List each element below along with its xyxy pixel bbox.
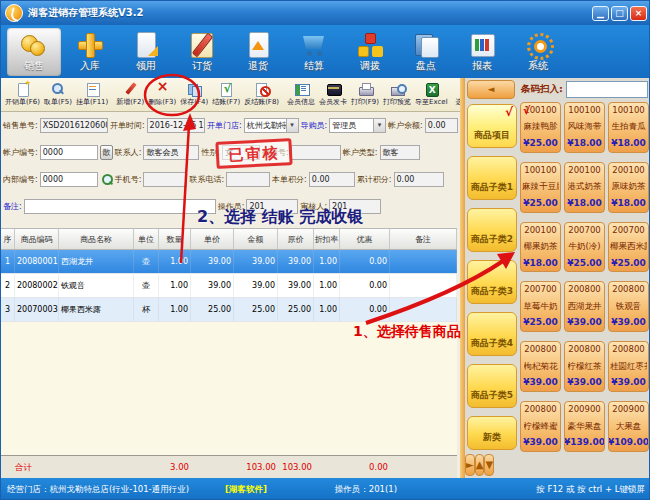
minimize-button[interactable]: ▁ — [592, 6, 609, 21]
print-button[interactable]: 打印(F9) — [349, 81, 381, 108]
unsettle-button[interactable]: 反结账(F8) — [242, 81, 281, 108]
phone-field[interactable] — [226, 172, 270, 187]
contact-field[interactable]: 散客会员 — [143, 145, 199, 160]
total-points-field[interactable]: 0.00 — [394, 172, 444, 187]
operator-field[interactable]: 201 — [246, 199, 298, 214]
table-body: 1 20080001 西湖龙井 壶 1.00 39.00 39.00 39.00… — [1, 250, 457, 322]
product-name: 铁观音 — [616, 302, 642, 311]
product-price: ¥18.00 — [523, 259, 558, 269]
settle-button[interactable]: 结账(F7) — [210, 81, 242, 108]
table-row[interactable]: 1 20080001 西湖龙井 壶 1.00 39.00 39.00 39.00… — [1, 250, 457, 274]
tab-transfer[interactable]: 调拨 — [343, 28, 397, 76]
product-button[interactable]: 200800 铁观音 ¥39.00 — [608, 281, 649, 332]
account-no-input[interactable]: 0000 — [40, 145, 98, 160]
pickup-order-button[interactable]: 取单(F5) — [42, 81, 74, 108]
chart-icon — [467, 30, 497, 58]
product-button[interactable]: 200700 草莓牛奶 ¥25.00 — [520, 281, 561, 332]
tab-stock-in[interactable]: 入库 — [63, 28, 117, 76]
product-price: ¥25.00 — [611, 259, 646, 269]
product-button[interactable]: 200800 柠檬蜂蜜 ¥39.00 — [520, 401, 561, 452]
export-excel-button[interactable]: 导至Excel — [413, 81, 450, 108]
product-button[interactable]: 200900 大果盘 ¥109.00 — [608, 401, 649, 452]
guide-label: 导购员: — [301, 120, 328, 131]
member-card-button[interactable]: 会员发卡 — [317, 81, 349, 108]
collapse-panel-button[interactable]: ◄ — [467, 80, 515, 99]
scroll-up-button[interactable]: ▲ — [475, 454, 485, 476]
product-price: ¥25.00 — [523, 318, 558, 328]
product-button[interactable]: 200700 椰果西米露 ¥25.00 — [608, 222, 649, 273]
scroll-down-button[interactable]: ▼ — [484, 454, 494, 476]
printer-mag-icon — [390, 82, 405, 96]
balance-field[interactable]: 0.00 — [425, 118, 458, 133]
add-button[interactable]: 新增(F2) — [114, 81, 146, 108]
open-sale-button[interactable]: 开销单(F6) — [3, 81, 42, 108]
search-icon[interactable] — [100, 173, 113, 187]
product-button[interactable]: 100100 风味海带 ¥18.00 — [564, 102, 605, 153]
category-button[interactable]: 商品子类1 — [467, 156, 517, 200]
guide-select[interactable]: 管理员 — [329, 118, 386, 133]
page-right-button[interactable]: ► — [465, 454, 475, 476]
sale-items-table: 序商品编码商品名称单位数量单价金额原价折扣率优惠备注 1 20080001 西湖… — [1, 228, 457, 455]
walkin-button[interactable]: 散 — [100, 145, 113, 160]
product-code: 200800 — [568, 285, 600, 294]
category-button[interactable]: 商品子类2 — [467, 208, 517, 252]
hold-order-button[interactable]: 挂单(F11) — [74, 81, 110, 108]
sale-header-form: 销售单号: XSD201612060003 开单时间: 2016-12-06 1… — [1, 112, 460, 228]
product-price: ¥139.00 — [564, 438, 605, 448]
tab-order[interactable]: 订货 — [175, 28, 229, 76]
category-button[interactable]: 新类 — [467, 416, 517, 450]
remark-input[interactable] — [24, 199, 216, 214]
auditor-field[interactable]: 201 — [329, 199, 381, 214]
product-button[interactable]: 100100 麻辣干豆腐 ¥25.00 — [520, 162, 561, 213]
category-button[interactable]: 商品子类5 — [467, 364, 517, 408]
restore-button[interactable]: □ — [611, 6, 628, 21]
table-row[interactable]: 3 20070003 椰果西米露 杯 1.00 25.00 25.00 25.0… — [1, 298, 457, 322]
main-toolbar: 销售 入库 领用 订货 退货 结算 — [1, 25, 650, 78]
tab-return[interactable]: 退货 — [231, 28, 285, 76]
ret-icon — [243, 30, 273, 58]
points-field[interactable]: 0.00 — [309, 172, 355, 187]
product-button[interactable]: 200100 港式奶茶 ¥18.00 — [564, 162, 605, 213]
tab-reports[interactable]: 报表 — [455, 28, 509, 76]
status-store: 经营门店：杭州戈勒特总店(行业-101-通用行业) — [7, 484, 189, 496]
gender-field[interactable]: 女 — [222, 145, 260, 160]
product-button[interactable]: 100100 麻辣鸭胗 ¥25.00 — [520, 102, 561, 153]
product-button[interactable]: 100100 生拍青瓜 ¥18.00 — [608, 102, 649, 153]
product-button[interactable]: 200700 牛奶(冷) ¥25.00 — [564, 222, 605, 273]
product-button[interactable]: 200100 椰果奶茶 ¥18.00 — [520, 222, 561, 273]
contact-label: 联系人: — [115, 147, 142, 158]
store-select[interactable]: 杭州戈勒特总店 — [244, 118, 299, 133]
toolbar-item-label: 销售 — [24, 59, 44, 73]
category-button[interactable]: 商品子类4 — [467, 312, 517, 356]
product-button[interactable]: 200100 原味奶茶 ¥18.00 — [608, 162, 649, 213]
wechat-field[interactable] — [291, 145, 341, 160]
tab-system[interactable]: 系统 — [511, 28, 565, 76]
tab-stocktake[interactable]: 盘点 — [399, 28, 453, 76]
product-button[interactable]: 200800 桂圆红枣茶 ¥39.00 — [608, 341, 649, 392]
table-row[interactable]: 2 20080002 铁观音 壶 1.00 39.00 39.00 39.00 … — [1, 274, 457, 298]
delete-button[interactable]: 删除(F3) — [146, 81, 178, 108]
product-name: 大果盘 — [616, 422, 642, 431]
internal-no-input[interactable]: 0000 — [40, 172, 98, 187]
product-button[interactable]: 200800 柠檬红茶 ¥39.00 — [564, 341, 605, 392]
member-info-button[interactable]: 会员信息 — [285, 81, 317, 108]
close-button[interactable]: × — [630, 6, 647, 21]
sale-no-field[interactable]: XSD201612060003 — [40, 118, 108, 133]
category-button[interactable]: 商品子类3 — [467, 260, 517, 304]
open-time-field[interactable]: 2016-12-06 17:11 — [147, 118, 205, 133]
account-type-field[interactable]: 散客 — [380, 145, 420, 160]
product-button[interactable]: 200800 枸杞菊花 ¥39.00 — [520, 341, 561, 392]
tab-settlement[interactable]: 结算 — [287, 28, 341, 76]
save-button[interactable]: 保存(F4) — [178, 81, 210, 108]
product-name: 麻辣鸭胗 — [524, 122, 558, 131]
tab-requisition[interactable]: 领用 — [119, 28, 173, 76]
mobile-field[interactable] — [143, 172, 187, 187]
product-button[interactable]: 200900 豪华果盘 ¥139.00 — [564, 401, 605, 452]
tab-sales[interactable]: 销售 — [7, 28, 61, 76]
product-name: 牛奶(冷) — [568, 242, 600, 251]
product-button[interactable]: 200800 西湖龙井 ¥39.00 — [564, 281, 605, 332]
print-preview-button[interactable]: 打印预览 — [381, 81, 413, 108]
cart-icon — [299, 30, 329, 58]
barcode-input[interactable] — [566, 81, 648, 98]
category-button[interactable]: 商品项目 — [467, 104, 517, 148]
